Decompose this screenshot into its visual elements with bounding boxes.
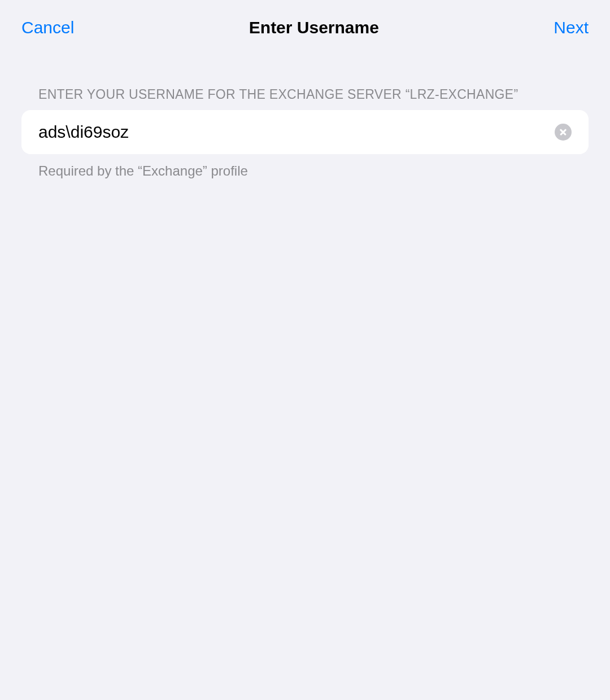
cancel-button[interactable]: Cancel <box>21 18 74 37</box>
next-button[interactable]: Next <box>554 18 589 37</box>
section-header-label: ENTER YOUR USERNAME FOR THE EXCHANGE SER… <box>21 87 589 102</box>
modal-title: Enter Username <box>74 18 554 37</box>
username-input[interactable] <box>38 123 555 142</box>
input-row <box>21 110 589 154</box>
modal-header: Cancel Enter Username Next <box>0 0 610 53</box>
clear-x-icon <box>559 128 567 136</box>
content-area: ENTER YOUR USERNAME FOR THE EXCHANGE SER… <box>0 87 610 179</box>
footer-hint-label: Required by the “Exchange” profile <box>21 163 589 179</box>
clear-input-button[interactable] <box>555 124 572 141</box>
